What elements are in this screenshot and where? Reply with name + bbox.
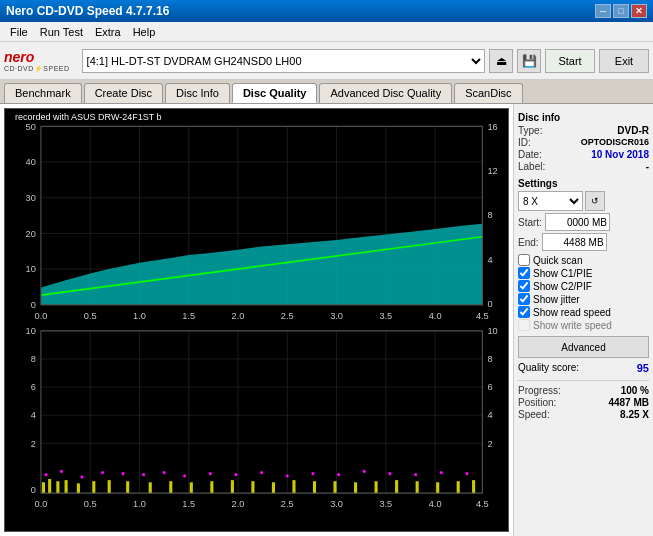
svg-text:2.5: 2.5 bbox=[281, 498, 294, 509]
svg-text:4: 4 bbox=[487, 253, 492, 264]
svg-rect-70 bbox=[65, 480, 68, 493]
menu-runtest[interactable]: Run Test bbox=[34, 24, 89, 40]
svg-text:30: 30 bbox=[26, 192, 36, 203]
id-value: OPTODISCR016 bbox=[581, 137, 649, 148]
speed-value: 8.25 X bbox=[620, 409, 649, 420]
svg-rect-89 bbox=[436, 482, 439, 493]
advanced-button[interactable]: Advanced bbox=[518, 336, 649, 358]
tab-scandisc[interactable]: ScanDisc bbox=[454, 83, 522, 103]
svg-text:2: 2 bbox=[31, 437, 36, 448]
svg-text:10: 10 bbox=[26, 325, 36, 336]
progress-row: Progress: 100 % bbox=[518, 385, 649, 396]
c1pie-checkbox[interactable] bbox=[518, 267, 530, 279]
c1pie-label: Show C1/PIE bbox=[533, 268, 592, 279]
svg-point-101 bbox=[234, 473, 237, 476]
disc-info-title: Disc info bbox=[518, 112, 649, 123]
jitter-label: Show jitter bbox=[533, 294, 580, 305]
svg-point-96 bbox=[122, 472, 125, 475]
quality-score-row: Quality score: 95 bbox=[518, 362, 649, 374]
tab-benchmark[interactable]: Benchmark bbox=[4, 83, 82, 103]
label-label: Label: bbox=[518, 161, 545, 172]
speed-row: Speed: 8.25 X bbox=[518, 409, 649, 420]
logo-cdspeed: CD·DVD⚡SPEED bbox=[4, 65, 70, 73]
save-icon[interactable]: 💾 bbox=[517, 49, 541, 73]
settings-refresh-icon[interactable]: ↺ bbox=[585, 191, 605, 211]
minimize-button[interactable]: ─ bbox=[595, 4, 611, 18]
tab-advanced-disc-quality[interactable]: Advanced Disc Quality bbox=[319, 83, 452, 103]
menu-file[interactable]: File bbox=[4, 24, 34, 40]
svg-point-106 bbox=[363, 470, 366, 473]
drive-select[interactable]: [4:1] HL-DT-ST DVDRAM GH24NSD0 LH00 bbox=[82, 49, 485, 73]
svg-text:50: 50 bbox=[26, 120, 36, 131]
chart-area: recorded with ASUS DRW-24F1ST b bbox=[4, 108, 509, 532]
svg-point-99 bbox=[183, 474, 186, 477]
menu-extra[interactable]: Extra bbox=[89, 24, 127, 40]
c1pie-row: Show C1/PIE bbox=[518, 267, 649, 279]
quickscan-checkbox[interactable] bbox=[518, 254, 530, 266]
eject-icon[interactable]: ⏏ bbox=[489, 49, 513, 73]
speed-select[interactable]: 8 X 4 X 2 X MAX bbox=[518, 191, 583, 211]
quality-score-label: Quality score: bbox=[518, 362, 579, 374]
svg-text:16: 16 bbox=[487, 120, 497, 131]
svg-text:2.0: 2.0 bbox=[232, 498, 245, 509]
start-mb-input[interactable] bbox=[545, 213, 610, 231]
svg-text:0.0: 0.0 bbox=[35, 310, 48, 321]
svg-rect-85 bbox=[354, 482, 357, 493]
app-logo: nero CD·DVD⚡SPEED bbox=[4, 49, 70, 73]
type-value: DVD-R bbox=[617, 125, 649, 136]
disc-date-row: Date: 10 Nov 2018 bbox=[518, 149, 649, 160]
close-button[interactable]: ✕ bbox=[631, 4, 647, 18]
svg-point-98 bbox=[163, 471, 166, 474]
svg-text:10: 10 bbox=[487, 325, 497, 336]
exit-button[interactable]: Exit bbox=[599, 49, 649, 73]
tab-disc-quality[interactable]: Disc Quality bbox=[232, 83, 318, 103]
svg-point-102 bbox=[260, 471, 263, 474]
position-row: Position: 4487 MB bbox=[518, 397, 649, 408]
date-label: Date: bbox=[518, 149, 542, 160]
svg-rect-74 bbox=[126, 481, 129, 493]
svg-text:6: 6 bbox=[31, 381, 36, 392]
jitter-row: Show jitter bbox=[518, 293, 649, 305]
svg-point-97 bbox=[142, 473, 145, 476]
svg-rect-68 bbox=[48, 479, 51, 493]
svg-point-103 bbox=[286, 474, 289, 477]
position-value: 4487 MB bbox=[608, 397, 649, 408]
jitter-checkbox[interactable] bbox=[518, 293, 530, 305]
write-speed-checkbox bbox=[518, 319, 530, 331]
svg-text:3.5: 3.5 bbox=[379, 498, 392, 509]
quickscan-label: Quick scan bbox=[533, 255, 582, 266]
titlebar: Nero CD-DVD Speed 4.7.7.16 ─ □ ✕ bbox=[0, 0, 653, 22]
c2pif-checkbox[interactable] bbox=[518, 280, 530, 292]
svg-point-108 bbox=[414, 473, 417, 476]
svg-rect-91 bbox=[472, 480, 475, 493]
start-button[interactable]: Start bbox=[545, 49, 595, 73]
recorded-label: recorded with ASUS DRW-24F1ST b bbox=[15, 112, 162, 122]
disc-label-row: Label: - bbox=[518, 161, 649, 172]
svg-text:6: 6 bbox=[487, 381, 492, 392]
svg-text:2: 2 bbox=[487, 437, 492, 448]
quality-score-value: 95 bbox=[637, 362, 649, 374]
read-speed-checkbox[interactable] bbox=[518, 306, 530, 318]
svg-rect-76 bbox=[169, 481, 172, 493]
start-mb-row: Start: bbox=[518, 213, 649, 231]
svg-rect-84 bbox=[333, 481, 336, 493]
right-panel: Disc info Type: DVD-R ID: OPTODISCR016 D… bbox=[513, 104, 653, 536]
maximize-button[interactable]: □ bbox=[613, 4, 629, 18]
svg-rect-80 bbox=[251, 481, 254, 493]
tab-disc-info[interactable]: Disc Info bbox=[165, 83, 230, 103]
read-speed-label: Show read speed bbox=[533, 307, 611, 318]
tab-create-disc[interactable]: Create Disc bbox=[84, 83, 163, 103]
svg-text:40: 40 bbox=[26, 156, 36, 167]
svg-text:1.0: 1.0 bbox=[133, 310, 146, 321]
svg-text:0: 0 bbox=[487, 298, 492, 309]
svg-text:4.5: 4.5 bbox=[476, 310, 489, 321]
end-mb-input[interactable] bbox=[542, 233, 607, 251]
svg-rect-87 bbox=[395, 480, 398, 493]
menu-help[interactable]: Help bbox=[127, 24, 162, 40]
id-label: ID: bbox=[518, 137, 531, 148]
svg-text:1.0: 1.0 bbox=[133, 498, 146, 509]
svg-text:4: 4 bbox=[487, 409, 492, 420]
svg-text:1.5: 1.5 bbox=[182, 310, 195, 321]
disc-id-row: ID: OPTODISCR016 bbox=[518, 137, 649, 148]
svg-text:0: 0 bbox=[31, 299, 36, 310]
